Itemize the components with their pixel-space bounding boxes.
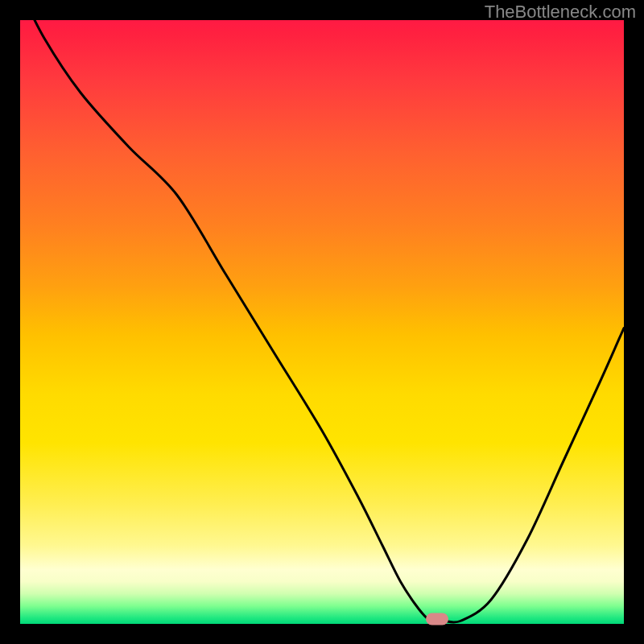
bottleneck-curve	[20, 20, 624, 624]
chart-plot-area	[20, 20, 624, 624]
optimal-point-marker	[426, 613, 448, 625]
watermark-text: TheBottleneck.com	[485, 2, 636, 23]
